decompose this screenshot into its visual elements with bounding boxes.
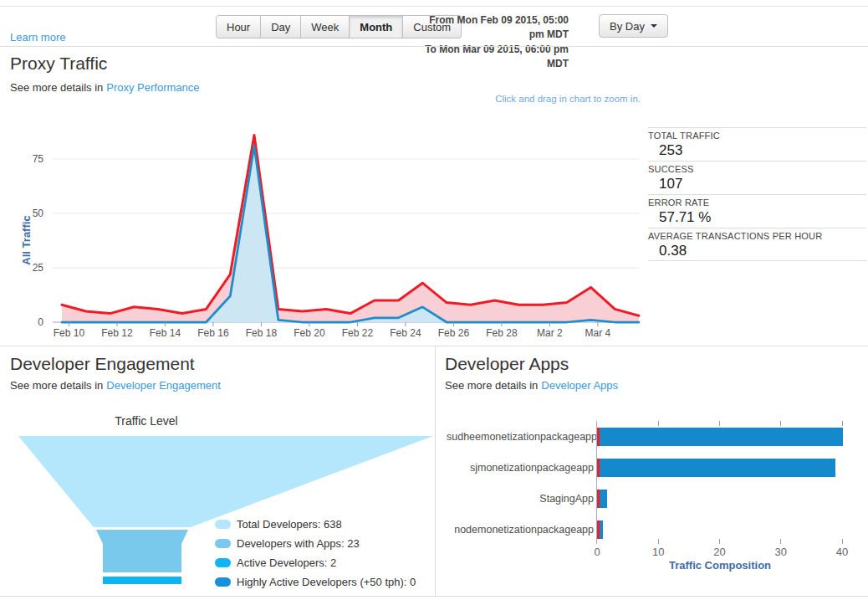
series-area-success <box>62 146 639 322</box>
bar-row-sudheemonetizationpackageapp <box>597 428 843 446</box>
x-tick-label: 30 <box>768 546 794 558</box>
y-tick-label: 75 <box>33 153 44 165</box>
analytics-dashboard: Learn more HourDayWeekMonthCustom From M… <box>0 0 868 600</box>
stat-value: 253 <box>648 142 866 159</box>
vertical-divider <box>435 346 436 596</box>
funnel-segment-developers-with-apps[interactable] <box>96 530 188 572</box>
developer-engagement-subtitle: See more details inDeveloper Engagement <box>10 379 221 392</box>
x-tick-label: Feb 24 <box>390 327 421 339</box>
top-divider <box>0 6 868 7</box>
legend-swatch-icon <box>215 539 231 548</box>
proxy-traffic-chart[interactable]: 0255075All TrafficFeb 10Feb 12Feb 14Feb … <box>0 117 652 345</box>
x-tick-label: Feb 20 <box>294 327 325 339</box>
x-tick <box>719 421 720 426</box>
legend-swatch-icon <box>215 520 231 529</box>
x-tick-label: Mar 4 <box>585 327 611 339</box>
x-tick-label: 0 <box>585 546 610 558</box>
developer-apps-link[interactable]: Developer Apps <box>541 379 618 392</box>
developer-apps-chart: sudheemonetizationpackageappsjmonetizati… <box>447 420 861 575</box>
developer-apps-subtitle: See more details inDeveloper Apps <box>445 379 618 392</box>
series-line-total-traffic <box>62 135 639 315</box>
stat-label: SUCCESS <box>648 164 866 174</box>
legend-label: Developers with Apps: 23 <box>237 537 360 550</box>
range-button-month[interactable]: Month <box>350 15 403 38</box>
group-by-dropdown[interactable]: By Day <box>599 14 668 38</box>
date-from: From Mon Feb 09 2015, 05:00 pm MDT <box>416 13 569 43</box>
x-tick-label: Feb 18 <box>246 327 278 339</box>
bar-segment-success-traffic[interactable] <box>600 459 835 477</box>
stat-value: 0.38 <box>648 243 866 259</box>
bar-chart-y-axis-line <box>596 421 597 544</box>
series-area-total-traffic <box>62 135 639 322</box>
stat-error-rate: ERROR RATE57.71 % <box>648 194 866 228</box>
bar-row-sjmonetizationpackageapp <box>597 459 835 477</box>
x-tick-label: Mar 2 <box>537 327 563 339</box>
proxy-traffic-subtitle: See more details inProxy Performance <box>10 81 200 94</box>
funnel-title: Traffic Level <box>75 414 217 428</box>
bar-label-sudheemonetizationpackageapp: sudheemonetizationpackageapp <box>447 428 594 446</box>
stat-label: TOTAL TRAFFIC <box>648 131 866 141</box>
bar-label-stagingapp: StagingApp <box>447 490 594 508</box>
stat-value: 107 <box>648 176 866 192</box>
mid-divider <box>0 346 868 346</box>
y-axis-title: All Traffic <box>20 215 33 264</box>
series-line-success <box>62 146 639 322</box>
bar-label-nodemonetizationpackageapp: nodemonetizationpackageapp <box>447 521 594 539</box>
y-tick-label: 50 <box>33 208 44 219</box>
developer-apps-title: Developer Apps <box>445 354 569 374</box>
legend-item-active-developers[interactable]: Active Developers: 2 <box>215 556 416 569</box>
legend-item-total-developers[interactable]: Total Developers: 638 <box>215 518 416 531</box>
x-tick <box>719 539 720 544</box>
bottom-divider <box>0 596 868 597</box>
x-tick-label: Feb 10 <box>54 327 85 339</box>
header-divider <box>0 46 868 47</box>
stat-value: 57.71 % <box>648 209 866 226</box>
legend-item-developers-with-apps[interactable]: Developers with Apps: 23 <box>215 537 416 550</box>
bar-row-nodemonetizationpackageapp <box>597 521 603 539</box>
chart-zoom-hint: Click and drag in chart to zoom in. <box>495 94 641 104</box>
stat-label: AVERAGE TRANSACTIONS PER HOUR <box>648 231 866 241</box>
x-tick <box>658 421 659 426</box>
x-tick <box>658 539 659 544</box>
range-button-day[interactable]: Day <box>261 15 301 38</box>
stat-success: SUCCESS107 <box>648 161 866 194</box>
x-tick <box>780 539 781 544</box>
legend-item-highly-active-developers-50-tph[interactable]: Highly Active Developers (+50 tph): 0 <box>215 576 416 588</box>
stat-label: ERROR RATE <box>648 197 866 208</box>
range-button-week[interactable]: Week <box>301 15 350 38</box>
caret-down-icon <box>651 24 657 28</box>
x-tick <box>842 539 843 544</box>
funnel-segment-active-developers[interactable] <box>103 577 181 584</box>
stat-total-traffic: TOTAL TRAFFIC253 <box>648 127 866 161</box>
proxy-performance-link[interactable]: Proxy Performance <box>106 81 199 94</box>
x-tick-label: 10 <box>646 546 671 558</box>
x-tick-label: Feb 12 <box>101 327 133 339</box>
funnel-legend: Total Developers: 638Developers with App… <box>215 518 416 595</box>
developer-engagement-link[interactable]: Developer Engagement <box>106 379 221 392</box>
bar-row-stagingapp <box>597 490 607 508</box>
legend-label: Active Developers: 2 <box>237 556 336 569</box>
legend-swatch-icon <box>215 558 231 567</box>
learn-more-link[interactable]: Learn more <box>10 31 65 44</box>
x-tick <box>842 421 843 426</box>
bar-segment-success-traffic[interactable] <box>600 428 844 446</box>
legend-swatch-icon <box>215 577 231 587</box>
y-tick-label: 25 <box>33 262 44 274</box>
x-tick-label: 20 <box>707 546 733 558</box>
range-button-hour[interactable]: Hour <box>216 15 261 38</box>
proxy-stats-panel: TOTAL TRAFFIC253SUCCESS107ERROR RATE57.7… <box>648 127 866 261</box>
stat-average-transactions-per-hour: AVERAGE TRANSACTIONS PER HOUR0.38 <box>648 228 866 261</box>
x-tick-label: Feb 22 <box>342 327 374 339</box>
x-tick-label: Feb 26 <box>438 327 470 339</box>
y-tick-label: 0 <box>38 316 43 328</box>
bar-segment-success-traffic[interactable] <box>600 521 603 539</box>
funnel-segment-total-developers[interactable] <box>18 436 433 527</box>
developer-engagement-title: Developer Engagement <box>10 354 195 374</box>
legend-label: Total Developers: 638 <box>237 518 342 531</box>
proxy-traffic-title: Proxy Traffic <box>10 54 107 74</box>
bar-segment-success-traffic[interactable] <box>600 490 608 508</box>
x-tick-label: Feb 14 <box>150 327 181 339</box>
x-tick-label: Feb 28 <box>486 327 518 339</box>
x-tick-label: Feb 16 <box>197 327 229 339</box>
legend-label: Highly Active Developers (+50 tph): 0 <box>237 576 416 588</box>
